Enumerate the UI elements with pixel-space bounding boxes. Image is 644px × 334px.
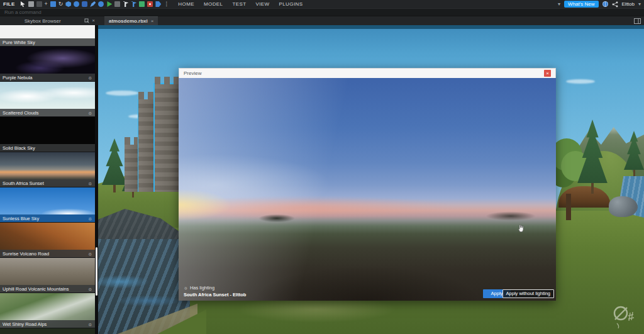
play-icon[interactable]	[106, 1, 112, 7]
skybox-item-label-bar: Wet Shiny Road Alps ☼	[0, 320, 95, 328]
globe-icon[interactable]	[602, 1, 608, 7]
skybox-item-name: South Africa Sunset	[3, 181, 44, 186]
tab-view[interactable]: VIEW	[255, 1, 269, 7]
lighting-icon: ☼	[88, 321, 92, 327]
preview-modal-titlebar[interactable]: Preview ×	[179, 68, 556, 78]
close-panel-icon[interactable]: ×	[92, 16, 95, 25]
skybox-name-caption: South Africa Sunset - Elttob	[184, 292, 246, 298]
scale-tool-icon[interactable]	[50, 1, 56, 7]
skybox-item-south-africa-sunset[interactable]: South Africa Sunset ☼	[0, 152, 95, 187]
skybox-item-label-bar: Solid Black Sky	[0, 144, 95, 152]
record-icon[interactable]	[147, 1, 153, 7]
skybox-preview-image[interactable]: ☼Has lighting South Africa Sunset - Eltt…	[179, 78, 556, 301]
pine-canopy	[624, 131, 644, 170]
script-icon[interactable]	[139, 1, 145, 7]
select-tool-icon[interactable]	[20, 1, 26, 7]
castle-tower-mid[interactable]	[138, 99, 155, 192]
chevron-down-icon[interactable]: ▾	[558, 1, 560, 7]
cloud	[106, 91, 138, 96]
skybox-item-pure-white-sky[interactable]: Pure White Sky	[0, 25, 95, 46]
skybox-item-name: Scattered Clouds	[3, 110, 39, 116]
lighting-icon: ☼	[88, 75, 92, 81]
clipboard-icon[interactable]	[28, 1, 34, 7]
publish-icon[interactable]	[123, 1, 128, 7]
user-account-button[interactable]: Elttob	[622, 1, 635, 7]
tab-model[interactable]: MODEL	[204, 1, 223, 7]
lighting-icon: ☼	[88, 251, 92, 257]
whats-new-button[interactable]: What's New	[564, 1, 598, 8]
castle-tower-selected[interactable]	[153, 83, 179, 192]
color-icon[interactable]	[74, 1, 79, 7]
tab-plugins[interactable]: PLUGINS	[279, 1, 303, 7]
sun-icon: ☼	[184, 285, 188, 291]
lighting-icon: ☼	[88, 110, 92, 116]
panel-title: Skybox Browser	[3, 18, 82, 24]
help-icon[interactable]	[155, 1, 161, 7]
ribbon-tabs: HOME MODEL TEST VIEW PLUGINS	[178, 1, 303, 7]
pine-tree	[577, 120, 608, 194]
skybox-item-label-bar: South Africa Sunset ☼	[0, 179, 95, 187]
skybox-item-sunless-blue-sky[interactable]: Sunless Blue Sky ☼	[0, 187, 95, 222]
skybox-item-wet-shiny-road-alps[interactable]: Wet Shiny Road Alps ☼	[0, 293, 95, 328]
viewport-3d[interactable]: Preview × ☼Has lighting South Africa Sun…	[98, 25, 644, 334]
skybox-item-name: Sunrise Volcano Road	[3, 251, 49, 257]
tab-test[interactable]: TEST	[232, 1, 246, 7]
skybox-item-name: Solid Black Sky	[3, 145, 35, 151]
sidebar-scrollbar-thumb[interactable]	[96, 247, 97, 296]
skybox-item-label-bar: Scattered Clouds ☼	[0, 109, 95, 116]
sky-gradient-top	[98, 25, 644, 29]
skybox-item-uphill-road-volcanic-mountains[interactable]: Uphill Road Volcanic Mountains ☼	[0, 258, 95, 292]
paste-icon[interactable]	[36, 1, 42, 7]
skybox-item-name: Pure White Sky	[3, 40, 35, 45]
hand-cursor	[517, 224, 525, 233]
has-lighting-caption: ☼Has lighting	[184, 285, 214, 291]
skybox-item-label-bar: Uphill Road Volcanic Mountains ☼	[0, 285, 95, 292]
overflow-menu-icon[interactable]: ⋮	[164, 1, 169, 7]
main-area: Pure White Sky Purple Nebula ☼ Scattered…	[0, 25, 644, 334]
skybox-item-label-bar: Pure White Sky	[0, 38, 95, 46]
material-icon[interactable]	[65, 1, 71, 7]
tab-atmosdemo[interactable]: atmosdemo.rbxl ×	[104, 16, 158, 25]
elttob-watermark-logo	[611, 302, 636, 331]
window-layout-icon[interactable]	[634, 18, 641, 24]
part-insert-icon[interactable]	[82, 1, 87, 7]
menu-bar-right: ▾ What's New Elttob ▾	[558, 1, 641, 8]
tab-strip: Skybox Browser × atmosdemo.rbxl ×	[0, 16, 644, 25]
skybox-item-name: Uphill Road Volcanic Mountains	[3, 286, 69, 292]
command-input[interactable]: Run a command	[4, 9, 42, 15]
pen-tool-icon[interactable]	[90, 1, 96, 7]
close-modal-button[interactable]: ×	[544, 70, 551, 77]
move-tool-icon[interactable]: +	[45, 1, 48, 7]
skybox-item-name: Wet Shiny Road Alps	[3, 321, 47, 327]
pine-canopy	[577, 120, 608, 183]
preview-modal: Preview × ☼Has lighting South Africa Sun…	[179, 68, 556, 301]
command-bar: Run a command	[0, 8, 644, 16]
boulder	[609, 196, 638, 217]
cloud	[566, 79, 595, 84]
user-caret-icon[interactable]: ▾	[638, 1, 641, 7]
tree-trunk	[566, 194, 571, 220]
unpin-panel-icon[interactable]	[84, 18, 89, 23]
apply-without-lighting-button[interactable]: Apply without lighting	[502, 289, 554, 298]
preview-modal-title: Preview	[184, 70, 201, 76]
skybox-item-solid-black-sky[interactable]: Solid Black Sky	[0, 117, 95, 152]
quick-access-toolbar: + ↻ ⋮	[20, 1, 170, 7]
close-tab-icon[interactable]: ×	[151, 18, 154, 24]
skybox-item-scattered-clouds[interactable]: Scattered Clouds ☼	[0, 82, 95, 116]
skybox-item-sunrise-volcano-road[interactable]: Sunrise Volcano Road ☼	[0, 223, 95, 257]
settings-icon[interactable]	[98, 1, 104, 7]
tree-trunk	[591, 182, 594, 194]
lighting-icon: ☼	[88, 216, 92, 221]
share-icon[interactable]	[612, 1, 618, 8]
file-menu-button[interactable]: FILE	[3, 1, 15, 7]
stop-icon[interactable]	[114, 1, 120, 7]
skybox-list-panel: Pure White Sky Purple Nebula ☼ Scattered…	[0, 25, 98, 334]
skybox-browser-panel-header: Skybox Browser ×	[0, 16, 98, 25]
rotate-tool-icon[interactable]: ↻	[58, 1, 64, 7]
lighting-icon: ☼	[88, 181, 92, 186]
skybox-item-name: Sunless Blue Sky	[3, 216, 39, 221]
run-icon[interactable]	[131, 1, 136, 7]
skybox-item-purple-nebula[interactable]: Purple Nebula ☼	[0, 47, 95, 81]
skybox-item-partial[interactable]	[0, 328, 95, 334]
tab-home[interactable]: HOME	[178, 1, 194, 7]
